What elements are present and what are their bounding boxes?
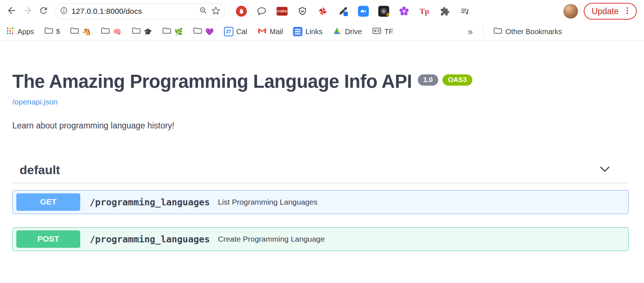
calendar-icon: 27: [224, 27, 233, 36]
http-method-badge: GET: [16, 193, 80, 211]
folder-icon: [132, 26, 141, 37]
apps-grid-icon: [6, 26, 15, 37]
folder-icon: [101, 26, 110, 37]
links-icon: [293, 27, 302, 36]
folder-icon: [162, 26, 171, 37]
http-method-badge: POST: [16, 230, 80, 248]
bookmark-label: 💜: [205, 28, 214, 36]
address-bar[interactable]: 127.0.0.1:8000/docs: [54, 3, 225, 19]
bookmark-drive[interactable]: Drive: [333, 26, 362, 37]
tag-header[interactable]: default: [12, 163, 629, 183]
profile-avatar[interactable]: [563, 4, 578, 19]
cors-extension-icon[interactable]: CORS: [277, 6, 288, 17]
bookmark-star-icon[interactable]: [211, 6, 220, 17]
bookmarks-overflow-chevron[interactable]: »: [468, 26, 473, 37]
oas3-badge: OAS3: [443, 74, 472, 86]
bookmark-label: Cal: [236, 28, 247, 36]
bookmark-folder-heart[interactable]: 💜: [193, 26, 214, 37]
endpoint-post-programming-languages[interactable]: POST /programming_languages Create Progr…: [12, 227, 629, 251]
bookmark-folder-school[interactable]: 🎓: [132, 26, 152, 37]
update-label: Update: [592, 7, 619, 16]
bookmark-label: Drive: [345, 28, 362, 36]
browser-toolbar: 127.0.0.1:8000/docs CORS: [0, 0, 644, 22]
bookmark-tf[interactable]: TF: [372, 26, 393, 37]
eyedropper-extension-icon[interactable]: [338, 6, 349, 17]
bookmarks-bar: Apps $ 🐴 🧠 🎓 🌿 💜 27 Cal Mail Links: [0, 22, 644, 41]
endpoint-path: /programming_languages: [90, 197, 210, 208]
swagger-ui: The Amazing Programming Language Info AP…: [0, 41, 644, 251]
update-button[interactable]: Update: [584, 3, 637, 20]
openapi-spec-link[interactable]: /openapi.json: [12, 98, 58, 106]
bookmark-label: TF: [384, 28, 393, 36]
back-button[interactable]: [4, 3, 20, 19]
bookmark-apps[interactable]: Apps: [6, 26, 34, 37]
site-info-icon[interactable]: [60, 7, 68, 16]
folder-icon: [493, 26, 502, 37]
bookmark-mail[interactable]: Mail: [257, 26, 283, 37]
endpoint-path: /programming_languages: [90, 234, 210, 245]
api-header: The Amazing Programming Language Info AP…: [12, 71, 629, 92]
chat-bubble-extension-icon[interactable]: [256, 6, 267, 17]
puzzle-extensions-icon[interactable]: [439, 6, 450, 17]
stop-hand-extension-icon[interactable]: [236, 6, 247, 17]
bookmark-folder-herb[interactable]: 🌿: [162, 26, 183, 37]
url-text[interactable]: 127.0.0.1:8000/docs: [72, 7, 195, 16]
bookmark-label: 🧠: [113, 28, 122, 36]
bookmark-calendar[interactable]: 27 Cal: [224, 27, 247, 36]
endpoint-summary: Create Programming Language: [218, 235, 325, 243]
endpoint-get-programming-languages[interactable]: GET /programming_languages List Programm…: [12, 190, 629, 214]
tp-extension-icon[interactable]: Tp: [419, 6, 430, 17]
tag-section-default: default GET /programming_languages List …: [12, 163, 629, 251]
bookmark-label: Other Bookmarks: [505, 28, 562, 36]
playlist-extension-icon[interactable]: [460, 6, 470, 17]
forward-icon: [22, 5, 33, 17]
kebab-menu-icon[interactable]: [623, 6, 632, 16]
folder-icon: [193, 26, 202, 37]
bookmark-label: Apps: [17, 28, 34, 36]
bookmark-folder-money[interactable]: $: [44, 26, 60, 37]
api-description: Learn about programming language history…: [12, 121, 629, 131]
bookmarks-divider: [483, 27, 483, 36]
cors-label: CORS: [277, 7, 288, 16]
back-icon: [6, 5, 17, 17]
zoom-camera-extension-icon[interactable]: [358, 6, 369, 17]
zoom-icon[interactable]: [199, 6, 208, 16]
gmail-icon: [257, 26, 267, 37]
warning-badge-icon: [386, 11, 390, 17]
tp-label: Tp: [420, 7, 429, 16]
reload-button[interactable]: [36, 3, 52, 19]
bookmark-folder-brain[interactable]: 🧠: [101, 26, 122, 37]
extensions-row: CORS Tp: [236, 6, 470, 17]
bookmark-label: Mail: [270, 28, 283, 36]
atom-extension-icon[interactable]: [378, 6, 389, 17]
bookmark-folder-horse[interactable]: 🐴: [70, 26, 91, 37]
bookmark-label: $: [56, 28, 60, 36]
folder-icon: [44, 26, 53, 37]
pinwheel-extension-icon[interactable]: [317, 6, 328, 17]
bookmark-label: 🐴: [82, 28, 91, 36]
card-icon: [372, 26, 382, 37]
shield-extension-icon[interactable]: [297, 6, 308, 17]
bookmark-links[interactable]: Links: [293, 27, 322, 36]
bookmark-label: Links: [305, 28, 322, 36]
forward-button[interactable]: [20, 3, 36, 19]
bookmark-label: 🌿: [174, 28, 183, 36]
chevron-down-icon[interactable]: [598, 163, 611, 177]
tag-name: default: [20, 163, 60, 177]
endpoint-summary: List Programming Languages: [218, 198, 317, 206]
folder-icon: [70, 26, 79, 37]
other-bookmarks[interactable]: Other Bookmarks: [493, 26, 562, 37]
version-badge: 1.0: [418, 74, 438, 86]
reload-icon: [38, 5, 49, 17]
drive-icon: [333, 26, 342, 37]
bookmark-label: 🎓: [144, 28, 152, 36]
purple-flower-extension-icon[interactable]: [399, 6, 409, 17]
page-title: The Amazing Programming Language Info AP…: [12, 71, 412, 92]
